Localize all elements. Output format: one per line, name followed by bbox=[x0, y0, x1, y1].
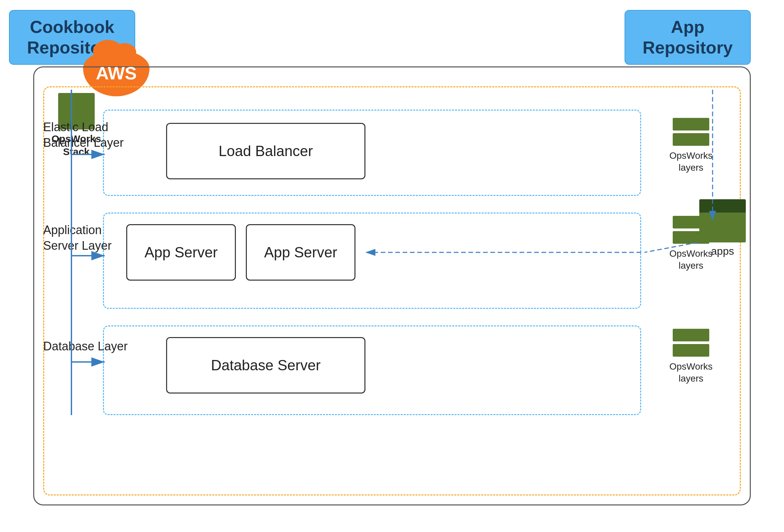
opsworks-lb-rect2 bbox=[673, 133, 709, 146]
app-server-1-label: App Server bbox=[144, 244, 218, 261]
opsworks-db-label: OpsWorks layers bbox=[669, 361, 712, 385]
load-balancer-label: Load Balancer bbox=[219, 143, 313, 159]
load-balancer-server: Load Balancer bbox=[166, 123, 365, 179]
app-repository: App Repository bbox=[624, 10, 751, 65]
opsworks-lb-rect1 bbox=[673, 118, 709, 130]
app-layer-label: Application Server Layer bbox=[43, 223, 112, 254]
apps-icon: apps bbox=[699, 199, 746, 257]
opsworks-db-layers: OpsWorks layers bbox=[669, 329, 712, 385]
apps-icon-box bbox=[699, 199, 746, 242]
opsworks-lb-label: OpsWorks layers bbox=[669, 150, 712, 174]
db-layer-label: Database Layer bbox=[43, 339, 128, 354]
cookbook-repo-line1: Cookbook bbox=[30, 17, 114, 36]
opsworks-db-rect1 bbox=[673, 329, 709, 342]
opsworks-lb-layers: OpsWorks layers bbox=[669, 118, 712, 174]
apps-label: apps bbox=[711, 245, 734, 257]
opsworks-db-rect2 bbox=[673, 344, 709, 357]
app-repo-line2: Repository bbox=[642, 38, 733, 57]
apps-icon-green bbox=[699, 212, 746, 242]
app-server-1: App Server bbox=[126, 224, 236, 280]
aws-label: AWS bbox=[96, 63, 137, 83]
db-server-label: Database Server bbox=[211, 357, 320, 374]
db-server: Database Server bbox=[166, 337, 365, 393]
lb-layer-label: Elastic Load Balancer Layer bbox=[43, 120, 123, 151]
app-server-2: App Server bbox=[246, 224, 356, 280]
app-server-2-label: App Server bbox=[264, 244, 337, 261]
app-repo-line1: App bbox=[671, 17, 704, 36]
